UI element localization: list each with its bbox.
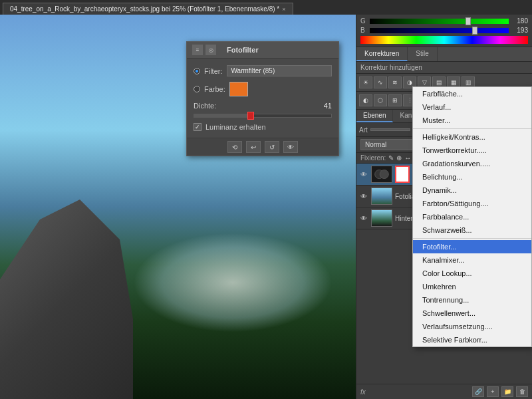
tab-korrekturen[interactable]: Korrekturen <box>356 47 408 61</box>
corr-icon-curve[interactable]: ∿ <box>374 76 387 88</box>
dropdown-item-17[interactable]: Verlaufsumsetzung.... <box>413 320 531 333</box>
properties-header: ≡ ◎ Fotofilter <box>187 42 338 59</box>
footer-btn-3[interactable]: ↺ <box>265 141 279 153</box>
dropdown-item-7[interactable]: Dynamik... <box>413 184 531 197</box>
tab-ebenen[interactable]: Ebenen <box>356 110 393 122</box>
fix-icon-2[interactable]: ⊕ <box>396 154 402 162</box>
properties-icons: ≡ ◎ <box>192 45 216 55</box>
color-swatch[interactable] <box>229 82 248 96</box>
footer-btn-4[interactable]: 👁 <box>283 141 298 153</box>
dropdown-item-11[interactable]: Fotofilter... <box>413 240 531 253</box>
dropdown-item-8[interactable]: Farbton/Sättigung.... <box>413 197 531 210</box>
dropdown-item-10[interactable]: Schwarzweiß... <box>413 223 531 237</box>
properties-title: Fotofilter <box>227 46 259 54</box>
fix-icon-1[interactable]: ✎ <box>388 154 394 162</box>
b-value: 193 <box>511 27 528 34</box>
dropdown-item-9[interactable]: Farbbalance... <box>413 210 531 223</box>
rock-silhouette <box>0 200 133 399</box>
layer-eye-1[interactable]: 👁 <box>359 170 368 179</box>
svg-point-2 <box>380 170 388 178</box>
art-label: Art <box>359 126 368 134</box>
dropdown-item-3[interactable]: Helligkeit/Kontras... <box>413 130 531 144</box>
filter-label: Filter: <box>204 67 223 75</box>
corr-icon-mix[interactable]: ⊞ <box>388 94 402 106</box>
corr-icon-bw[interactable]: ◐ <box>359 94 372 106</box>
density-row: Dichte: 41 <box>194 102 332 110</box>
dropdown-menu: Farbfläche...Verlauf...Muster...Helligke… <box>412 86 532 347</box>
dropdown-item-15[interactable]: Tontrennung... <box>413 293 531 307</box>
layers-bottom: fx 🔗 + 📁 🗑 <box>356 384 532 399</box>
density-slider-thumb[interactable] <box>247 112 254 120</box>
density-slider-fill <box>194 114 250 117</box>
layer-thumb-2 <box>371 188 392 205</box>
corr-icon-camera[interactable]: ⬡ <box>374 94 387 106</box>
density-slider-track <box>194 114 332 118</box>
dropdown-item-13[interactable]: Color Lookup... <box>413 267 531 280</box>
dropdown-item-18[interactable]: Selektive Farbkorr... <box>413 333 531 346</box>
b-channel-row: B 193 <box>360 27 528 34</box>
dropdown-item-4[interactable]: Tonwertkorrektur..... <box>413 144 531 157</box>
blend-mode-value: Normal <box>365 141 386 148</box>
color-spectrum <box>360 36 528 44</box>
footer-btn-2[interactable]: ↩ <box>246 141 261 153</box>
luminanz-row: ✓ Luminanz erhalten <box>194 123 332 131</box>
tab-label: 04_tree_on_a_Rock_by_archaeopteryx_stock… <box>10 5 279 13</box>
g-slider[interactable] <box>370 19 509 24</box>
g-label: G <box>360 17 367 25</box>
corr-icon-sun[interactable]: ☀ <box>359 76 372 88</box>
sky-clouds <box>133 233 332 332</box>
layer-eye-3[interactable]: 👁 <box>359 213 368 223</box>
corrections-tabs: Korrekturen Stile <box>356 47 532 62</box>
layers-bottom-add[interactable]: + <box>487 386 499 397</box>
tab-stile[interactable]: Stile <box>408 47 437 61</box>
tab-close[interactable]: × <box>282 6 285 13</box>
b-slider[interactable] <box>370 28 509 33</box>
corr-icon-eq[interactable]: ≋ <box>388 76 402 88</box>
dropdown-item-14[interactable]: Umkehren <box>413 280 531 293</box>
tab-bar: 04_tree_on_a_Rock_by_archaeopteryx_stock… <box>0 0 532 15</box>
prop-icon-1: ≡ <box>192 45 203 55</box>
layers-type-select[interactable] <box>370 128 410 131</box>
dropdown-item-5[interactable]: Gradationskurven..... <box>413 157 531 170</box>
dropdown-item-2[interactable]: Muster... <box>413 114 531 127</box>
luminanz-checkbox[interactable]: ✓ <box>194 123 201 131</box>
dropdown-item-6[interactable]: Belichtung... <box>413 170 531 184</box>
color-radio[interactable] <box>194 86 200 92</box>
layer-thumb-1 <box>371 166 392 183</box>
filter-radio[interactable] <box>194 68 200 74</box>
density-value: 41 <box>324 102 332 110</box>
density-slider-container <box>194 114 332 118</box>
filter-value[interactable]: Warmfilter (85) <box>227 65 332 76</box>
dropdown-item-12[interactable]: Kanalmixer... <box>413 253 531 267</box>
dropdown-item-1[interactable]: Verlauf... <box>413 100 531 114</box>
layers-bottom-folder[interactable]: 📁 <box>501 386 513 397</box>
color-bar-section: G 180 B 193 <box>356 15 532 47</box>
layer-thumb-3 <box>371 209 392 227</box>
color-label: Farbe: <box>204 85 225 93</box>
layer-eye-2[interactable]: 👁 <box>359 192 368 201</box>
fx-label: fx <box>360 388 366 396</box>
layers-bottom-trash[interactable]: 🗑 <box>516 386 528 397</box>
active-tab[interactable]: 04_tree_on_a_Rock_by_archaeopteryx_stock… <box>3 3 293 15</box>
b-label: B <box>360 27 367 34</box>
g-value: 180 <box>511 17 528 25</box>
density-label: Dichte: <box>194 102 216 110</box>
layer-mask-1 <box>395 166 410 183</box>
layers-bottom-link[interactable]: 🔗 <box>472 386 484 397</box>
footer-btn-1[interactable]: ⟲ <box>227 141 242 153</box>
canvas-area: ≡ ◎ Fotofilter Filter: Warmfilter (85) F… <box>0 15 356 399</box>
properties-panel: ≡ ◎ Fotofilter Filter: Warmfilter (85) F… <box>186 41 339 156</box>
g-channel-row: G 180 <box>360 17 528 25</box>
properties-body: Filter: Warmfilter (85) Farbe: Dichte: 4… <box>187 59 338 138</box>
fix-icon-3[interactable]: ↔ <box>404 154 411 162</box>
b-thumb[interactable] <box>472 27 477 35</box>
fixieren-label: Fixieren: <box>360 154 386 162</box>
g-thumb[interactable] <box>466 17 471 25</box>
color-row: Farbe: <box>194 82 332 96</box>
luminanz-label: Luminanz erhalten <box>205 123 266 131</box>
main-area: ≡ ◎ Fotofilter Filter: Warmfilter (85) F… <box>0 15 532 399</box>
right-panel: G 180 B 193 Korrektu <box>356 15 532 399</box>
dropdown-item-0[interactable]: Farbfläche... <box>413 87 531 100</box>
dropdown-item-16[interactable]: Schwellenwert... <box>413 307 531 320</box>
prop-icon-2: ◎ <box>205 45 216 55</box>
